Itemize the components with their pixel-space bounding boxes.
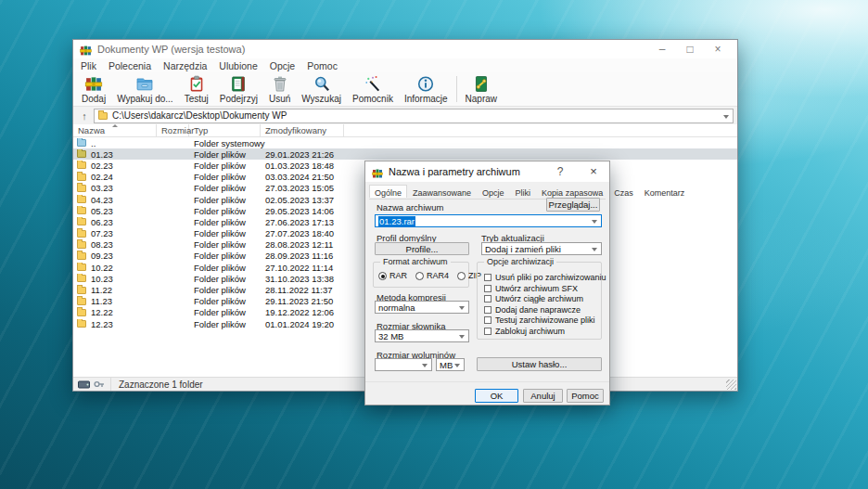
menu-item-opcje[interactable]: Opcje — [270, 60, 295, 71]
menu-item-plik[interactable]: Plik — [81, 60, 96, 71]
menu-item-polecenia[interactable]: Polecenia — [108, 60, 151, 71]
file-modified-cell: 27.03.2023 15:05 — [261, 183, 363, 193]
volume-size-combo[interactable] — [375, 358, 432, 371]
chevron-down-icon[interactable] — [454, 364, 460, 367]
toolbar-button-testuj[interactable]: Testuj — [179, 73, 214, 106]
folder-icon — [77, 298, 86, 305]
cancel-button[interactable]: Anuluj — [523, 389, 563, 403]
close-icon[interactable]: × — [704, 40, 732, 58]
dialog-separator — [365, 381, 609, 382]
table-row[interactable]: 01.23Folder plików29.01.2023 21:26 — [73, 148, 737, 160]
toolbar-button-podejrzyj[interactable]: Podejrzyj — [214, 73, 263, 106]
tab-zaawansowane[interactable]: Zaawansowane — [407, 186, 477, 199]
folder-icon — [77, 161, 86, 169]
chevron-down-icon[interactable] — [422, 364, 428, 367]
file-modified-cell: 29.01.2023 21:26 — [261, 149, 363, 160]
toolbar-button-label: Wypakuj do... — [117, 94, 173, 104]
file-modified-cell: 01.01.2024 19:20 — [261, 319, 363, 329]
file-modified-cell: 03.03.2024 21:50 — [261, 172, 363, 182]
dictionary-select[interactable]: 32 MB — [375, 329, 469, 342]
column-header-name[interactable]: Nazwa — [73, 124, 157, 137]
chevron-down-icon[interactable] — [459, 335, 465, 339]
checkbox-icon — [484, 285, 491, 292]
file-name-cell: 06.23 — [73, 217, 157, 227]
ok-button[interactable]: OK — [475, 389, 518, 403]
tab-ogolne[interactable]: Ogólne — [369, 185, 407, 198]
wizard-wand-icon — [363, 74, 383, 93]
compression-select[interactable]: normalna — [375, 301, 469, 314]
option-checkbox-naprawcze[interactable]: Dodaj dane naprawcze — [484, 305, 581, 315]
file-type-cell: Folder plików — [189, 319, 261, 329]
table-row[interactable]: ..Folder systemowy — [73, 137, 737, 148]
checkbox-icon — [484, 274, 491, 281]
update-mode-value: Dodaj i zamień pliki — [485, 244, 561, 254]
repair-book-icon — [471, 74, 491, 93]
toolbar-button-wypakuj[interactable]: Wypakuj do... — [111, 73, 179, 106]
volume-unit-select[interactable]: MB — [436, 358, 465, 371]
dialog-help-icon[interactable]: ? — [548, 161, 572, 182]
maximize-icon[interactable]: □ — [676, 40, 704, 58]
file-modified-cell: 28.08.2023 12:11 — [261, 239, 363, 250]
toolbar-button-informacje[interactable]: Informacje — [399, 73, 453, 106]
tab-kopia-zapasowa[interactable]: Kopia zapasowa — [536, 186, 608, 199]
option-checkbox-sfx[interactable]: Utwórz archiwum SFX — [484, 284, 578, 293]
profiles-button[interactable]: Profile... — [375, 242, 469, 255]
menu-item-ulubione[interactable]: Ulubione — [219, 60, 257, 71]
toolbar-button-wyszukaj[interactable]: Wyszukaj — [296, 73, 347, 106]
toolbar-separator — [456, 76, 457, 102]
column-header-size[interactable]: Rozmiar — [157, 124, 189, 137]
option-checkbox-ciagle[interactable]: Utwórz ciągłe archiwum — [484, 294, 583, 303]
tab-pliki[interactable]: Pliki — [510, 186, 537, 199]
browse-button[interactable]: Przeglądaj... — [546, 198, 600, 212]
toolbar-button-napraw[interactable]: Napraw — [460, 73, 503, 106]
option-checkbox-usun-pliki[interactable]: Usuń pliki po zarchiwizowaniu — [484, 273, 606, 282]
file-modified-cell: 27.06.2023 17:13 — [261, 217, 363, 227]
chevron-down-icon[interactable] — [459, 306, 465, 310]
tab-opcje[interactable]: Opcje — [477, 186, 510, 199]
chevron-down-icon[interactable] — [592, 248, 597, 251]
file-type-cell: Folder plików — [189, 285, 261, 295]
checkbox-icon — [484, 328, 491, 335]
archive-name-combo[interactable]: 01.23.rar — [375, 214, 602, 227]
toolbar-button-dodaj[interactable]: Dodaj — [76, 73, 111, 106]
archive-parameters-dialog: Nazwa i parametry archiwum ? × OgólneZaa… — [364, 161, 610, 405]
menu-item-narzedzia[interactable]: Narzędzia — [163, 60, 207, 71]
main-titlebar[interactable]: Dokumenty WP (wersja testowa) – □ × — [73, 40, 737, 58]
format-radio-rar[interactable]: RAR — [378, 271, 407, 280]
search-magnifier-icon — [312, 74, 332, 93]
toolbar-button-pomocnik[interactable]: Pomocnik — [347, 73, 399, 106]
column-header-type[interactable]: Typ — [189, 124, 261, 137]
toolbar-button-usun[interactable]: Usuń — [263, 73, 296, 106]
menu-bar: PlikPoleceniaNarzędziaUlubioneOpcjePomoc — [73, 58, 737, 72]
address-combo[interactable]: C:\Users\dakarcz\Desktop\Dokumenty WP — [94, 109, 734, 123]
option-checkbox-zablokuj[interactable]: Zablokuj archiwum — [484, 327, 565, 336]
tab-komentarz[interactable]: Komentarz — [639, 186, 691, 199]
file-modified-cell: 31.10.2023 13:38 — [261, 274, 363, 284]
winrar-books-icon — [372, 166, 383, 177]
folder-icon — [77, 252, 86, 260]
folder-icon — [77, 287, 86, 294]
file-name: 03.23 — [91, 183, 113, 193]
help-button[interactable]: Pomoc — [567, 389, 604, 403]
column-header-modified[interactable]: Zmodyfikowany — [261, 124, 344, 137]
set-password-button[interactable]: Ustaw hasło... — [477, 357, 602, 371]
dialog-titlebar[interactable]: Nazwa i parametry archiwum ? × — [365, 161, 609, 182]
up-directory-button[interactable]: ↑ — [75, 109, 94, 123]
file-name-cell: 04.23 — [73, 195, 157, 205]
update-mode-select[interactable]: Dodaj i zamień pliki — [481, 242, 602, 255]
resize-grip[interactable] — [726, 380, 736, 390]
file-name: 07.23 — [91, 228, 113, 238]
menu-item-pomoc[interactable]: Pomoc — [307, 60, 338, 71]
file-modified-cell: 19.12.2022 12:06 — [261, 307, 363, 317]
options-checkbox-list: Usuń pliki po zarchiwizowaniuUtwórz arch… — [478, 263, 601, 339]
chevron-down-icon[interactable] — [592, 220, 597, 224]
file-type-cell: Folder plików — [189, 183, 261, 193]
minimize-icon[interactable]: – — [648, 40, 676, 58]
chevron-down-icon[interactable] — [723, 115, 729, 119]
dialog-close-icon[interactable]: × — [581, 161, 606, 182]
option-checkbox-testuj[interactable]: Testuj zarchiwizowane pliki — [484, 315, 595, 325]
archive-format-group: Format archiwum RARRAR4ZIP — [373, 262, 469, 288]
format-radio-rar4[interactable]: RAR4 — [415, 271, 449, 280]
desktop-wallpaper: Dokumenty WP (wersja testowa) – □ × Plik… — [0, 0, 868, 489]
tab-czas[interactable]: Czas — [608, 186, 639, 199]
